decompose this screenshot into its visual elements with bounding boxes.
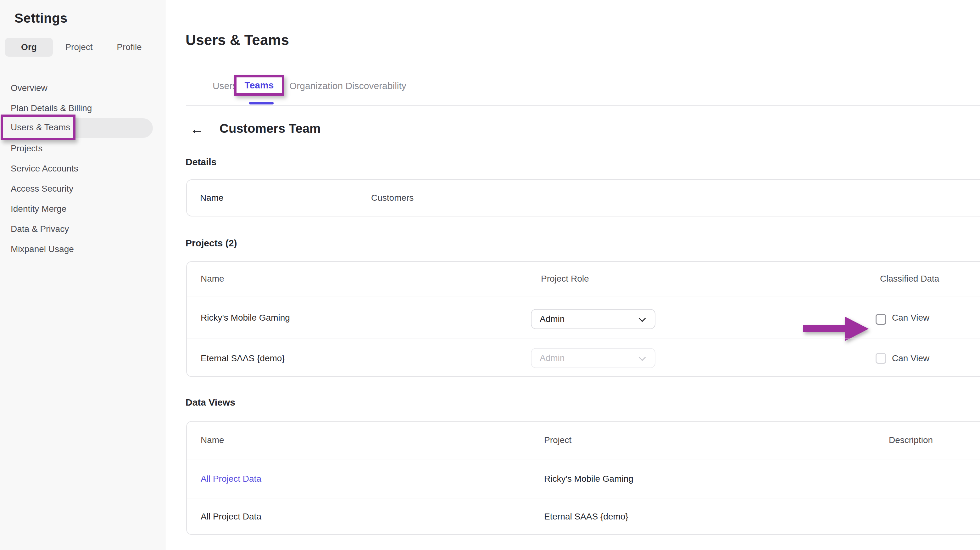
- details-card: Name Customers: [186, 179, 980, 217]
- data-view-name: All Project Data: [200, 498, 261, 535]
- sidebar-item-projects[interactable]: Projects: [0, 139, 165, 159]
- sidebar-item-service-accounts[interactable]: Service Accounts: [0, 159, 165, 179]
- annotation-arrow: [803, 307, 869, 342]
- projects-col-project-role: Project Role: [541, 262, 589, 296]
- project-role-value: Admin: [540, 314, 565, 324]
- data-views-heading: Data Views: [186, 397, 235, 408]
- projects-col-classified-data: Classified Data: [880, 262, 939, 296]
- scope-tab-org[interactable]: Org: [5, 38, 53, 57]
- data-views-col-project: Project: [544, 422, 571, 459]
- data-view-link[interactable]: All Project Data: [200, 459, 261, 498]
- tab-teams[interactable]: Teams: [237, 77, 282, 93]
- back-arrow-icon[interactable]: ←: [190, 121, 204, 137]
- data-views-col-name: Name: [200, 422, 224, 459]
- details-name-value: Customers: [371, 180, 414, 216]
- tab-users[interactable]: Users: [213, 81, 237, 91]
- arrow-shaft: [803, 325, 845, 332]
- details-heading: Details: [186, 157, 216, 167]
- page-title: Users & Teams: [186, 32, 289, 48]
- settings-page: Settings Org Project Profile Overview Pl…: [0, 0, 980, 550]
- can-view-checkbox[interactable]: [876, 314, 886, 325]
- tabs-divider: [186, 105, 980, 106]
- settings-title: Settings: [14, 11, 68, 26]
- project-name: Ricky's Mobile Gaming: [200, 297, 290, 339]
- sidebar-item-data-privacy[interactable]: Data & Privacy: [0, 219, 165, 239]
- table-divider: [187, 296, 980, 297]
- chevron-down-icon: [639, 354, 646, 361]
- table-divider: [187, 338, 980, 339]
- sidebar-item-access-security[interactable]: Access Security: [0, 179, 165, 199]
- sidebar-item-identity-merge[interactable]: Identity Merge: [0, 199, 165, 219]
- project-name: Eternal SAAS {demo}: [200, 339, 285, 378]
- project-role-select[interactable]: Admin: [531, 309, 655, 329]
- can-view-label: Can View: [892, 339, 929, 378]
- sidebar-item-mixpanel-usage[interactable]: Mixpanel Usage: [0, 239, 165, 259]
- scope-tab-profile[interactable]: Profile: [112, 38, 146, 57]
- projects-col-name: Name: [200, 262, 224, 296]
- project-role-select-disabled: Admin: [531, 348, 655, 368]
- sidebar-item-users-teams-label: Users & Teams: [3, 117, 73, 138]
- data-view-project: Ricky's Mobile Gaming: [544, 459, 633, 498]
- can-view-label: Can View: [892, 297, 929, 339]
- data-view-project: Eternal SAAS {demo}: [544, 498, 628, 535]
- scope-tab-project[interactable]: Project: [62, 38, 96, 57]
- arrow-head: [845, 317, 869, 341]
- sidebar-item-overview[interactable]: Overview: [0, 78, 165, 98]
- active-tab-indicator: [249, 102, 274, 104]
- team-title: Customers Team: [220, 121, 321, 136]
- details-name-label: Name: [200, 180, 224, 216]
- sidebar-nav: Overview Plan Details & Billing Users & …: [0, 78, 165, 259]
- tab-organization-discoverability[interactable]: Organization Discoverability: [290, 81, 406, 91]
- data-views-table: Name Project Description All Project Dat…: [186, 421, 980, 535]
- users-teams-annotation-box: Users & Teams: [1, 115, 75, 140]
- projects-table: Name Project Role Classified Data Ricky'…: [186, 261, 980, 377]
- project-role-value: Admin: [540, 353, 565, 363]
- settings-sidebar: Settings Org Project Profile Overview Pl…: [0, 0, 165, 550]
- projects-heading: Projects (2): [186, 238, 237, 249]
- chevron-down-icon: [639, 315, 646, 322]
- can-view-checkbox-disabled: [876, 353, 886, 364]
- data-views-col-description: Description: [889, 422, 933, 459]
- settings-scope-tabs: Org Project Profile: [0, 38, 165, 57]
- teams-tab-annotation-box: Teams: [234, 75, 284, 96]
